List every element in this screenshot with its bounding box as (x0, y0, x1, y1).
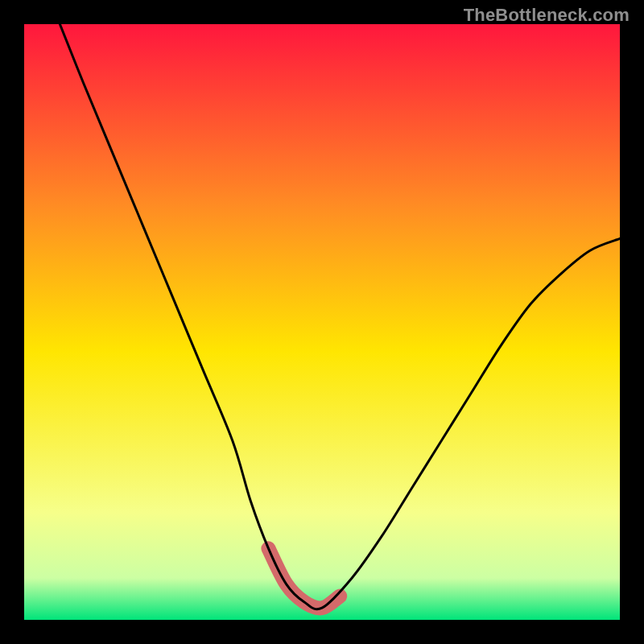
chart-svg (24, 24, 620, 620)
watermark-text: TheBottleneck.com (464, 5, 630, 26)
gradient-background (24, 24, 620, 620)
plot-area (24, 24, 620, 620)
chart-frame: TheBottleneck.com (0, 0, 644, 644)
